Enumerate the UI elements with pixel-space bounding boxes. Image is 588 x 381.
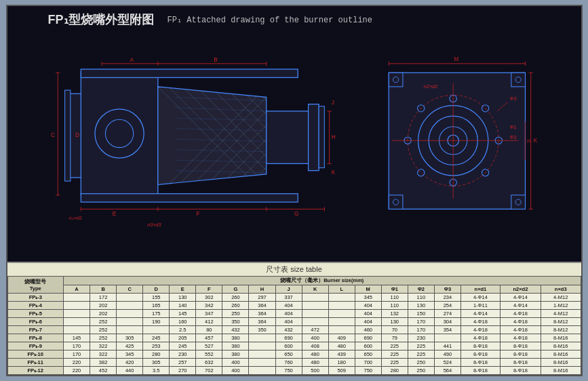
table-cell: 8-Φ18 xyxy=(500,350,541,359)
table-cell: 305 xyxy=(143,359,170,367)
table-cell: 480 xyxy=(302,359,328,367)
drawing-area: FP₁型烧嘴外型附图 FP₁ Attached drawing of the b… xyxy=(7,6,581,262)
table-cell: 432 xyxy=(275,326,302,334)
table-title: 尺寸表 size table xyxy=(7,263,581,276)
table-cell: 4-Φ18 xyxy=(500,334,541,342)
col-header: H xyxy=(249,285,275,294)
table-cell: 180 xyxy=(328,359,355,367)
table-cell: 8-Φ18 xyxy=(460,367,500,375)
table-cell: 225 xyxy=(381,342,408,350)
table-cell: 509 xyxy=(328,367,355,375)
table-cell xyxy=(117,302,143,310)
table-cell: 345 xyxy=(355,294,381,302)
svg-text:n2×d2: n2×d2 xyxy=(423,83,437,89)
svg-text:Φ1: Φ1 xyxy=(509,124,516,130)
table-cell: 527 xyxy=(196,342,222,350)
table-cell: 350 xyxy=(249,326,275,334)
table-cell: 750 xyxy=(355,367,381,375)
table-cell: 380 xyxy=(222,342,249,350)
table-cell: 404 xyxy=(355,310,381,318)
table-row: FP₁-917032242525324552738060040848060022… xyxy=(7,342,581,350)
burner-svg: A B C D E F G H J K xyxy=(7,6,581,262)
table-cell: 342 xyxy=(196,302,222,310)
table-cell: 600 xyxy=(355,342,381,350)
table-cell: 230 xyxy=(408,334,434,342)
table-cell: 4-Φ14 xyxy=(460,310,500,318)
table-cell: 702 xyxy=(196,367,222,375)
table-cell: 145 xyxy=(64,334,90,342)
svg-text:C: C xyxy=(50,132,54,138)
table-cell xyxy=(64,326,90,334)
table-cell: 8-Φ18 xyxy=(460,359,500,367)
svg-text:A: A xyxy=(130,57,134,63)
table-cell: 8-Φ18 xyxy=(500,359,541,367)
col-header: F xyxy=(196,285,222,294)
table-cell: 160 xyxy=(170,318,196,326)
table-cell: 347 xyxy=(196,310,222,318)
table-cell xyxy=(302,318,328,326)
col-header: n×d3 xyxy=(541,285,581,294)
table-cell: 190 xyxy=(143,318,170,326)
table-cell: 8-M16 xyxy=(541,342,581,350)
table-cell: 8-Φ18 xyxy=(460,342,500,350)
table-cell: FP₁-11 xyxy=(7,359,64,367)
table-cell: 420 xyxy=(117,359,143,367)
table-cell: 8-Φ18 xyxy=(460,350,500,359)
svg-marker-6 xyxy=(157,87,266,184)
table-cell: 252 xyxy=(90,326,117,334)
table-cell: 234 xyxy=(434,294,460,302)
col-header: G xyxy=(222,285,249,294)
table-cell: 441 xyxy=(434,342,460,350)
table-cell xyxy=(328,326,355,334)
table-cell: 172 xyxy=(90,294,117,302)
table-cell: 364 xyxy=(249,318,275,326)
table-row: FP₁-112203824203052576324007604801807002… xyxy=(7,359,581,367)
table-cell xyxy=(117,294,143,302)
table-cell: 439 xyxy=(328,350,355,359)
table-row: FP₁-122204524403.52707024007505005097502… xyxy=(7,367,581,375)
table-cell xyxy=(328,310,355,318)
table-cell: 110 xyxy=(408,294,434,302)
svg-rect-97 xyxy=(511,195,525,209)
table-cell: 110 xyxy=(381,302,408,310)
table-row: FP₁-72522.580432350432472460701703544-Φ1… xyxy=(7,326,581,334)
svg-rect-31 xyxy=(266,111,308,163)
table-cell: 408 xyxy=(302,342,328,350)
table-cell: 175 xyxy=(143,310,170,318)
table-cell: 280 xyxy=(381,367,408,375)
table-cell: 760 xyxy=(275,359,302,367)
table-cell: 140 xyxy=(170,302,196,310)
svg-text:H: H xyxy=(331,134,335,140)
col-header: Φ3 xyxy=(434,285,460,294)
table-cell: 400 xyxy=(222,367,249,375)
col-header: C xyxy=(117,285,143,294)
table-cell: 440 xyxy=(117,367,143,375)
table-cell xyxy=(64,294,90,302)
table-cell: 322 xyxy=(90,342,117,350)
table-cell: 297 xyxy=(249,294,275,302)
table-cell: 250 xyxy=(408,367,434,375)
table-cell: 500 xyxy=(302,367,328,375)
table-cell: 2.5 xyxy=(170,326,196,334)
table-row: FP₁-31721551303022602973373451101102344-… xyxy=(7,294,581,302)
table-cell: 404 xyxy=(275,318,302,326)
table-cell: 80 xyxy=(196,326,222,334)
table-cell: 170 xyxy=(408,326,434,334)
table-cell xyxy=(328,318,355,326)
table-cell: 130 xyxy=(170,294,196,302)
table-cell: 70 xyxy=(381,326,408,334)
table-cell: 202 xyxy=(90,302,117,310)
svg-rect-95 xyxy=(511,73,525,87)
table-cell: FP₁-8 xyxy=(7,334,64,342)
table-cell xyxy=(143,326,170,334)
table-cell: 257 xyxy=(170,359,196,367)
table-cell: 225 xyxy=(408,342,434,350)
table-cell: 564 xyxy=(434,367,460,375)
table-cell: 130 xyxy=(408,302,434,310)
table-cell xyxy=(64,310,90,318)
table-cell xyxy=(302,310,328,318)
table-cell: 3.5 xyxy=(143,367,170,375)
table-area: 尺寸表 size table 烧嘴型号Type 烧嘴尺寸（毫米）Burner s… xyxy=(7,262,581,375)
table-row: FP₁-814525230524520545738069040040969079… xyxy=(7,334,581,342)
table-cell: 225 xyxy=(381,350,408,359)
